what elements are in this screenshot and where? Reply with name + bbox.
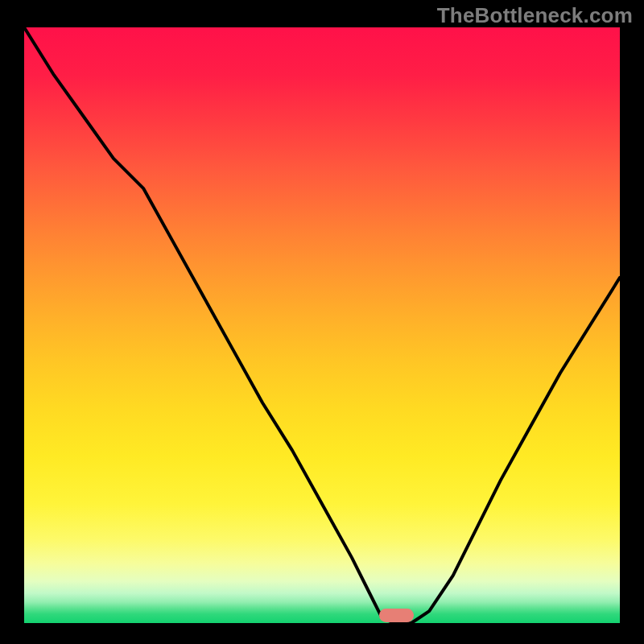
bottleneck-curve — [24, 27, 620, 623]
optimal-marker — [379, 609, 414, 621]
watermark-text: TheBottleneck.com — [437, 3, 633, 28]
plot-area — [24, 27, 620, 623]
chart-container: TheBottleneck.com — [0, 0, 644, 644]
curve-path — [24, 27, 620, 623]
